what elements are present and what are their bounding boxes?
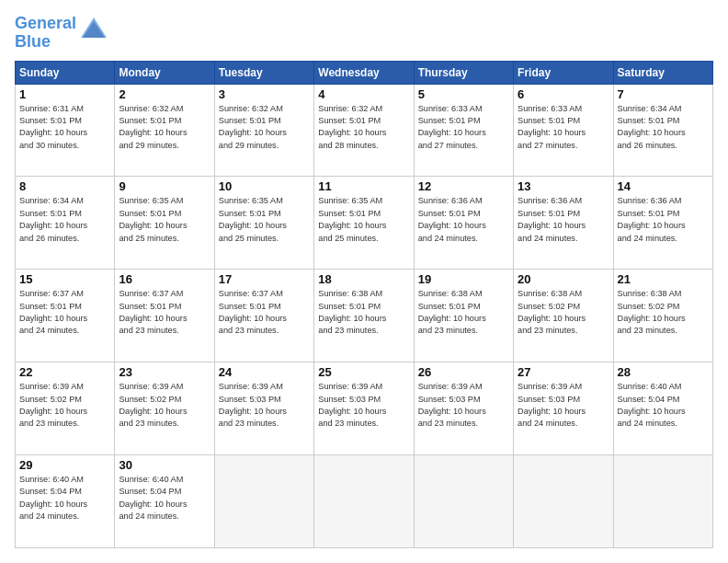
day-number: 28 (618, 365, 709, 379)
day-number: 23 (119, 365, 210, 379)
day-number: 2 (119, 87, 210, 101)
day-number: 29 (19, 458, 110, 472)
day-info: Sunrise: 6:39 AM Sunset: 5:03 PM Dayligh… (219, 381, 310, 430)
day-cell: 27Sunrise: 6:39 AM Sunset: 5:03 PM Dayli… (514, 362, 613, 455)
day-number: 27 (518, 365, 609, 379)
day-cell: 29Sunrise: 6:40 AM Sunset: 5:04 PM Dayli… (16, 455, 115, 548)
day-info: Sunrise: 6:31 AM Sunset: 5:01 PM Dayligh… (19, 103, 110, 152)
day-number: 13 (518, 179, 609, 193)
day-number: 16 (119, 272, 210, 286)
day-info: Sunrise: 6:38 AM Sunset: 5:02 PM Dayligh… (618, 288, 709, 337)
weekday-header-monday: Monday (115, 61, 214, 84)
day-number: 21 (618, 272, 709, 286)
day-number: 3 (219, 87, 310, 101)
day-cell: 28Sunrise: 6:40 AM Sunset: 5:04 PM Dayli… (613, 362, 712, 455)
day-number: 1 (19, 87, 110, 101)
day-cell: 21Sunrise: 6:38 AM Sunset: 5:02 PM Dayli… (613, 270, 712, 362)
day-number: 11 (318, 179, 409, 193)
day-info: Sunrise: 6:35 AM Sunset: 5:01 PM Dayligh… (318, 195, 409, 244)
day-number: 30 (119, 458, 210, 472)
day-number: 10 (219, 179, 310, 193)
day-number: 14 (618, 179, 709, 193)
day-info: Sunrise: 6:39 AM Sunset: 5:03 PM Dayligh… (518, 381, 609, 430)
day-info: Sunrise: 6:40 AM Sunset: 5:04 PM Dayligh… (119, 474, 210, 523)
day-info: Sunrise: 6:37 AM Sunset: 5:01 PM Dayligh… (119, 288, 210, 337)
day-info: Sunrise: 6:40 AM Sunset: 5:04 PM Dayligh… (618, 381, 709, 430)
day-info: Sunrise: 6:39 AM Sunset: 5:02 PM Dayligh… (119, 381, 210, 430)
day-number: 6 (518, 87, 609, 101)
svg-marker-1 (83, 21, 105, 38)
day-info: Sunrise: 6:32 AM Sunset: 5:01 PM Dayligh… (119, 103, 210, 152)
day-number: 15 (19, 272, 110, 286)
day-cell: 22Sunrise: 6:39 AM Sunset: 5:02 PM Dayli… (16, 362, 115, 455)
day-cell (414, 455, 513, 548)
day-cell: 20Sunrise: 6:38 AM Sunset: 5:02 PM Dayli… (514, 270, 613, 362)
day-info: Sunrise: 6:39 AM Sunset: 5:03 PM Dayligh… (418, 381, 509, 430)
day-number: 4 (318, 87, 409, 101)
day-info: Sunrise: 6:35 AM Sunset: 5:01 PM Dayligh… (219, 195, 310, 244)
header: General Blue (15, 15, 713, 52)
logo-general: General (15, 14, 76, 32)
day-cell: 25Sunrise: 6:39 AM Sunset: 5:03 PM Dayli… (314, 362, 414, 455)
day-number: 8 (19, 179, 110, 193)
day-info: Sunrise: 6:36 AM Sunset: 5:01 PM Dayligh… (518, 195, 609, 244)
day-number: 18 (318, 272, 409, 286)
day-number: 5 (418, 87, 509, 101)
day-cell: 13Sunrise: 6:36 AM Sunset: 5:01 PM Dayli… (514, 177, 613, 270)
page: General Blue SundayMondayTues (0, 0, 728, 563)
day-cell (613, 455, 712, 548)
day-cell (314, 455, 414, 548)
day-cell: 24Sunrise: 6:39 AM Sunset: 5:03 PM Dayli… (214, 362, 313, 455)
calendar: SundayMondayTuesdayWednesdayThursdayFrid… (15, 61, 713, 548)
day-cell: 5Sunrise: 6:33 AM Sunset: 5:01 PM Daylig… (414, 84, 513, 177)
weekday-header-wednesday: Wednesday (314, 61, 414, 84)
day-info: Sunrise: 6:32 AM Sunset: 5:01 PM Dayligh… (219, 103, 310, 152)
weekday-header-sunday: Sunday (16, 61, 115, 84)
week-row-3: 15Sunrise: 6:37 AM Sunset: 5:01 PM Dayli… (16, 270, 713, 362)
day-info: Sunrise: 6:39 AM Sunset: 5:03 PM Dayligh… (318, 381, 409, 430)
day-info: Sunrise: 6:35 AM Sunset: 5:01 PM Dayligh… (119, 195, 210, 244)
day-info: Sunrise: 6:40 AM Sunset: 5:04 PM Dayligh… (19, 474, 110, 523)
day-cell: 15Sunrise: 6:37 AM Sunset: 5:01 PM Dayli… (16, 270, 115, 362)
day-number: 26 (418, 365, 509, 379)
weekday-header-thursday: Thursday (414, 61, 513, 84)
logo-blue: Blue (15, 32, 51, 51)
day-number: 12 (418, 179, 509, 193)
day-info: Sunrise: 6:36 AM Sunset: 5:01 PM Dayligh… (618, 195, 709, 244)
day-info: Sunrise: 6:33 AM Sunset: 5:01 PM Dayligh… (518, 103, 609, 152)
day-cell: 19Sunrise: 6:38 AM Sunset: 5:01 PM Dayli… (414, 270, 513, 362)
weekday-header-tuesday: Tuesday (214, 61, 313, 84)
day-cell: 17Sunrise: 6:37 AM Sunset: 5:01 PM Dayli… (214, 270, 313, 362)
logo-text: General Blue (15, 15, 76, 52)
day-cell: 8Sunrise: 6:34 AM Sunset: 5:01 PM Daylig… (16, 177, 115, 270)
week-row-4: 22Sunrise: 6:39 AM Sunset: 5:02 PM Dayli… (16, 362, 713, 455)
day-cell: 9Sunrise: 6:35 AM Sunset: 5:01 PM Daylig… (115, 177, 214, 270)
day-cell: 30Sunrise: 6:40 AM Sunset: 5:04 PM Dayli… (115, 455, 214, 548)
logo-icon (81, 17, 107, 41)
day-cell: 4Sunrise: 6:32 AM Sunset: 5:01 PM Daylig… (314, 84, 414, 177)
day-cell: 6Sunrise: 6:33 AM Sunset: 5:01 PM Daylig… (514, 84, 613, 177)
day-info: Sunrise: 6:37 AM Sunset: 5:01 PM Dayligh… (219, 288, 310, 337)
day-cell (214, 455, 313, 548)
day-number: 22 (19, 365, 110, 379)
week-row-5: 29Sunrise: 6:40 AM Sunset: 5:04 PM Dayli… (16, 455, 713, 548)
weekday-header-friday: Friday (514, 61, 613, 84)
day-number: 7 (618, 87, 709, 101)
day-cell: 18Sunrise: 6:38 AM Sunset: 5:01 PM Dayli… (314, 270, 414, 362)
day-number: 9 (119, 179, 210, 193)
day-info: Sunrise: 6:34 AM Sunset: 5:01 PM Dayligh… (19, 195, 110, 244)
day-number: 19 (418, 272, 509, 286)
day-info: Sunrise: 6:38 AM Sunset: 5:01 PM Dayligh… (418, 288, 509, 337)
day-cell: 14Sunrise: 6:36 AM Sunset: 5:01 PM Dayli… (613, 177, 712, 270)
day-info: Sunrise: 6:33 AM Sunset: 5:01 PM Dayligh… (418, 103, 509, 152)
day-info: Sunrise: 6:37 AM Sunset: 5:01 PM Dayligh… (19, 288, 110, 337)
day-cell: 10Sunrise: 6:35 AM Sunset: 5:01 PM Dayli… (214, 177, 313, 270)
day-cell: 12Sunrise: 6:36 AM Sunset: 5:01 PM Dayli… (414, 177, 513, 270)
day-number: 24 (219, 365, 310, 379)
week-row-2: 8Sunrise: 6:34 AM Sunset: 5:01 PM Daylig… (16, 177, 713, 270)
day-cell: 26Sunrise: 6:39 AM Sunset: 5:03 PM Dayli… (414, 362, 513, 455)
day-info: Sunrise: 6:32 AM Sunset: 5:01 PM Dayligh… (318, 103, 409, 152)
day-cell: 3Sunrise: 6:32 AM Sunset: 5:01 PM Daylig… (214, 84, 313, 177)
day-cell: 11Sunrise: 6:35 AM Sunset: 5:01 PM Dayli… (314, 177, 414, 270)
day-cell: 7Sunrise: 6:34 AM Sunset: 5:01 PM Daylig… (613, 84, 712, 177)
